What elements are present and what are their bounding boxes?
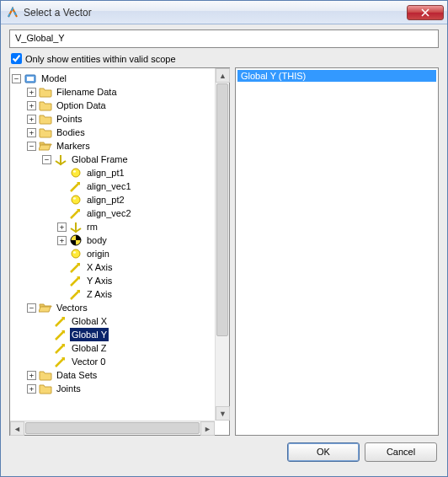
axis-icon bbox=[54, 153, 67, 166]
tree-node[interactable]: origin bbox=[57, 247, 227, 260]
folder-icon bbox=[39, 85, 52, 99]
tree-node-label[interactable]: Y Axis bbox=[85, 274, 114, 287]
scroll-thumb-horizontal[interactable] bbox=[25, 422, 200, 434]
tree-node[interactable]: X Axis bbox=[57, 260, 227, 274]
tree-horizontal-scrollbar[interactable]: ◄ ► bbox=[10, 421, 215, 435]
tree-node[interactable]: Global Y bbox=[42, 328, 227, 341]
scope-checkbox[interactable] bbox=[11, 53, 22, 64]
tree-node[interactable]: +rm bbox=[57, 220, 227, 233]
ok-button[interactable]: OK bbox=[287, 442, 360, 462]
tree-node[interactable]: −Vectors bbox=[27, 301, 227, 314]
expand-icon[interactable]: + bbox=[27, 115, 36, 124]
tree-node-label[interactable]: align_pt2 bbox=[85, 193, 126, 206]
tree-node[interactable]: Y Axis bbox=[57, 274, 227, 287]
expand-icon[interactable]: + bbox=[27, 384, 36, 394]
tree-node[interactable]: −Markers bbox=[27, 139, 227, 153]
collapse-icon[interactable]: − bbox=[12, 74, 21, 83]
close-button[interactable] bbox=[407, 5, 444, 20]
tree-node-label[interactable]: Global X bbox=[70, 314, 109, 328]
tree-node-label[interactable]: Option Data bbox=[55, 99, 108, 112]
scope-checkbox-row[interactable]: Only show entities within valid scope bbox=[11, 53, 439, 64]
tree-node[interactable]: +Option Data bbox=[27, 99, 227, 112]
expand-icon bbox=[57, 249, 67, 259]
titlebar: Select a Vector bbox=[1, 1, 447, 24]
scroll-up-button[interactable]: ▲ bbox=[216, 68, 230, 83]
tree-node-label[interactable]: align_pt1 bbox=[85, 166, 126, 180]
tree-node-label[interactable]: Filename Data bbox=[55, 85, 119, 99]
tree-node[interactable]: Vector 0 bbox=[42, 355, 227, 368]
tree-root: −Model+Filename Data+Option Data+Points+… bbox=[12, 72, 227, 395]
tree-node-label[interactable]: rm bbox=[85, 220, 99, 233]
tree-node[interactable]: +Joints bbox=[27, 382, 227, 395]
tree-node-label[interactable]: Data Sets bbox=[55, 368, 99, 382]
scroll-right-button[interactable]: ► bbox=[200, 421, 215, 436]
tree-node-label[interactable]: Global Y bbox=[70, 328, 109, 341]
tree-node-label[interactable]: origin bbox=[85, 247, 111, 260]
expand-icon bbox=[42, 317, 51, 326]
vector-icon bbox=[54, 314, 67, 328]
collapse-icon[interactable]: − bbox=[42, 155, 51, 164]
vector-icon bbox=[69, 260, 83, 274]
expand-icon[interactable]: + bbox=[57, 236, 67, 245]
result-list-pane: Global Y (THIS) bbox=[235, 67, 439, 436]
tree-node-label[interactable]: Markers bbox=[55, 139, 92, 153]
scroll-left-button[interactable]: ◄ bbox=[10, 421, 24, 436]
model-icon bbox=[24, 72, 37, 85]
tree-node[interactable]: align_pt2 bbox=[57, 193, 227, 206]
sphere-icon bbox=[69, 247, 83, 260]
tree-node-label[interactable]: Z Axis bbox=[85, 287, 114, 301]
tree-node[interactable]: align_pt1 bbox=[57, 166, 227, 180]
collapse-icon[interactable]: − bbox=[27, 303, 36, 313]
body-icon bbox=[69, 233, 83, 247]
expand-icon[interactable]: + bbox=[27, 371, 36, 380]
tree-vertical-scrollbar[interactable]: ▲ ▼ bbox=[215, 68, 229, 421]
tree-node-label[interactable]: align_vec1 bbox=[85, 180, 133, 193]
dialog-window: Select a Vector V_Global_Y Only show ent… bbox=[0, 0, 448, 477]
tree-node[interactable]: +Points bbox=[27, 112, 227, 126]
expand-icon[interactable]: + bbox=[27, 128, 36, 137]
list-item[interactable]: Global Y (THIS) bbox=[237, 70, 436, 82]
expand-icon bbox=[42, 330, 51, 340]
tree-node-label[interactable]: align_vec2 bbox=[85, 206, 133, 220]
tree-node[interactable]: align_vec2 bbox=[57, 206, 227, 220]
tree-node[interactable]: −Global Frame bbox=[42, 153, 227, 166]
tree-node-label[interactable]: Vector 0 bbox=[70, 355, 107, 368]
tree-pane: −Model+Filename Data+Option Data+Points+… bbox=[9, 67, 230, 436]
tree-node[interactable]: align_vec1 bbox=[57, 180, 227, 193]
svg-point-3 bbox=[72, 169, 80, 177]
expand-icon[interactable]: + bbox=[57, 222, 67, 232]
vector-icon bbox=[69, 287, 83, 301]
tree-node[interactable]: +body bbox=[57, 233, 227, 247]
cancel-button[interactable]: Cancel bbox=[365, 442, 437, 462]
tree-node-label[interactable]: Bodies bbox=[55, 126, 87, 139]
scroll-down-button[interactable]: ▼ bbox=[216, 406, 230, 421]
tree-node-label[interactable]: Global Frame bbox=[70, 153, 130, 166]
tree-node[interactable]: +Filename Data bbox=[27, 85, 227, 99]
svg-point-6 bbox=[73, 197, 76, 199]
expand-icon[interactable]: + bbox=[27, 101, 36, 110]
scroll-thumb-vertical[interactable] bbox=[216, 83, 228, 336]
tree-node-label[interactable]: Points bbox=[55, 112, 84, 126]
tree-node-label[interactable]: Global Z bbox=[70, 341, 109, 355]
expand-icon[interactable]: + bbox=[27, 88, 36, 97]
collapse-icon[interactable]: − bbox=[27, 142, 36, 151]
tree-node-label[interactable]: body bbox=[85, 233, 109, 247]
tree-node-label[interactable]: Vectors bbox=[55, 301, 89, 314]
folder-icon bbox=[39, 139, 52, 153]
expand-icon bbox=[57, 196, 67, 205]
sphere-icon bbox=[69, 166, 83, 180]
tree-node[interactable]: −Model bbox=[12, 72, 227, 85]
sphere-icon bbox=[69, 193, 83, 206]
svg-rect-1 bbox=[27, 77, 34, 81]
tree-node[interactable]: +Bodies bbox=[27, 126, 227, 139]
tree-node-label[interactable]: Joints bbox=[55, 382, 83, 395]
tree-node[interactable]: +Data Sets bbox=[27, 368, 227, 382]
tree-node-label[interactable]: Model bbox=[40, 72, 68, 85]
tree-node[interactable]: Z Axis bbox=[57, 287, 227, 301]
tree-node-label[interactable]: X Axis bbox=[85, 260, 115, 274]
panes: −Model+Filename Data+Option Data+Points+… bbox=[9, 67, 439, 436]
tree-node[interactable]: Global X bbox=[42, 314, 227, 328]
scope-checkbox-label: Only show entities within valid scope bbox=[25, 54, 176, 64]
vector-icon bbox=[54, 341, 67, 355]
tree-node[interactable]: Global Z bbox=[42, 341, 227, 355]
